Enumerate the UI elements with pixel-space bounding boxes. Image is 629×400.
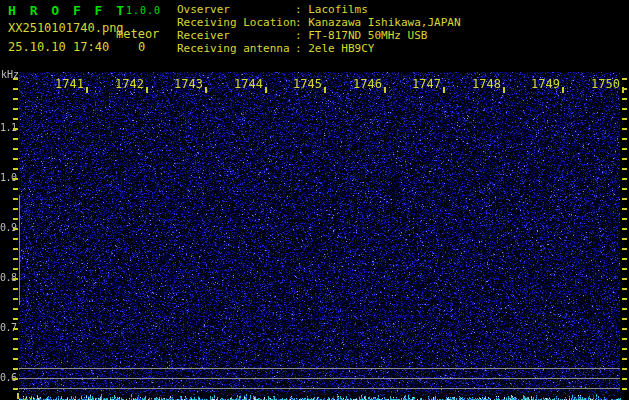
freq-minor-tick-right <box>622 228 627 230</box>
spectrogram-noise-canvas <box>19 72 620 392</box>
freq-minor-tick-left <box>13 318 18 320</box>
freq-minor-tick-right <box>622 278 627 280</box>
freq-minor-tick-right <box>622 78 627 80</box>
freq-minor-tick-left <box>13 268 18 270</box>
freq-minor-tick-left <box>13 148 18 150</box>
station-info-row: Ovserver: Lacofilms <box>177 3 461 16</box>
freq-minor-tick-left <box>13 288 18 290</box>
station-info: Ovserver: LacofilmsReceiving Location: K… <box>177 3 461 55</box>
freq-minor-tick-left <box>13 338 18 340</box>
app-title: H R O F F T <box>8 3 127 18</box>
time-tick-mark <box>384 87 386 93</box>
station-info-value: : Lacofilms <box>295 3 368 16</box>
time-tick-label: 1744 <box>234 77 263 91</box>
freq-tick-label: 1.0 <box>0 172 14 183</box>
freq-minor-tick-left <box>13 168 18 170</box>
freq-minor-tick-right <box>622 118 627 120</box>
freq-tick-label: 0.6 <box>0 372 14 383</box>
output-filename: XX2510101740.png <box>8 21 124 35</box>
freq-minor-tick-right <box>622 238 627 240</box>
freq-minor-tick-right <box>622 108 627 110</box>
station-info-row: Receiving antenna: 2ele HB9CY <box>177 42 461 55</box>
freq-minor-tick-right <box>622 388 627 390</box>
station-info-label: Ovserver <box>177 3 295 16</box>
freq-minor-tick-right <box>622 218 627 220</box>
freq-minor-tick-right <box>622 298 627 300</box>
station-info-value: : 2ele HB9CY <box>295 42 374 55</box>
station-info-label: Receiving Location <box>177 16 295 29</box>
time-tick-mark <box>562 87 564 93</box>
time-tick-mark <box>265 87 267 93</box>
freq-minor-tick-left <box>13 218 18 220</box>
time-tick-label: 1743 <box>174 77 203 91</box>
time-tick-mark <box>622 87 624 93</box>
freq-minor-tick-right <box>622 258 627 260</box>
mode-label: meteor <box>116 27 159 41</box>
time-tick-label: 1742 <box>115 77 144 91</box>
freq-minor-tick-right <box>622 208 627 210</box>
freq-minor-tick-left <box>13 368 18 370</box>
time-tick-mark <box>86 87 88 93</box>
freq-minor-tick-right <box>622 268 627 270</box>
freq-minor-tick-left <box>13 118 18 120</box>
freq-minor-tick-left <box>13 238 18 240</box>
freq-minor-tick-left <box>13 378 18 380</box>
freq-tick-label: 0.8 <box>0 272 14 283</box>
freq-minor-tick-left <box>13 308 18 310</box>
freq-minor-tick-right <box>622 128 627 130</box>
freq-minor-tick-right <box>622 98 627 100</box>
station-info-value: : Kanazawa Ishikawa,JAPAN <box>295 16 461 29</box>
station-info-label: Receiver <box>177 29 295 42</box>
reference-line <box>19 368 620 369</box>
freq-minor-tick-left <box>13 138 18 140</box>
freq-minor-tick-right <box>622 138 627 140</box>
freq-minor-tick-right <box>622 328 627 330</box>
station-info-value: : FT-817ND 50MHz USB <box>295 29 427 42</box>
freq-minor-tick-right <box>622 158 627 160</box>
freq-minor-tick-left <box>13 108 18 110</box>
freq-minor-tick-left <box>13 388 18 390</box>
time-tick-mark <box>205 87 207 93</box>
station-info-row: Receiver: FT-817ND 50MHz USB <box>177 29 461 42</box>
freq-minor-tick-left <box>13 328 18 330</box>
left-edge-marker-line <box>19 195 20 305</box>
freq-minor-tick-left <box>13 158 18 160</box>
time-tick-label: 1750 <box>591 77 620 91</box>
freq-tick-label: 1.1 <box>0 122 14 133</box>
freq-minor-tick-right <box>622 318 627 320</box>
freq-minor-tick-right <box>622 198 627 200</box>
freq-minor-tick-left <box>13 258 18 260</box>
time-tick-label: 1747 <box>412 77 441 91</box>
reference-line <box>19 378 620 379</box>
echo-count: 0 <box>138 40 145 54</box>
time-tick-mark <box>443 87 445 93</box>
freq-minor-tick-left <box>13 348 18 350</box>
freq-minor-tick-right <box>622 148 627 150</box>
station-info-label: Receiving antenna <box>177 42 295 55</box>
time-tick-label: 1749 <box>531 77 560 91</box>
freq-minor-tick-right <box>622 168 627 170</box>
freq-minor-tick-left <box>13 298 18 300</box>
freq-minor-tick-right <box>622 288 627 290</box>
station-info-row: Receiving Location: Kanazawa Ishikawa,JA… <box>177 16 461 29</box>
freq-minor-tick-left <box>13 198 18 200</box>
freq-minor-tick-left <box>13 178 18 180</box>
freq-minor-tick-right <box>622 338 627 340</box>
freq-minor-tick-right <box>622 358 627 360</box>
freq-minor-tick-right <box>622 248 627 250</box>
freq-minor-tick-left <box>13 188 18 190</box>
hrofft-window: H R O F F T 1.0.0 XX2510101740.png meteo… <box>0 0 629 400</box>
time-tick-mark <box>324 87 326 93</box>
freq-minor-tick-right <box>622 378 627 380</box>
time-tick-label: 1746 <box>353 77 382 91</box>
time-tick-mark <box>146 87 148 93</box>
time-tick-label: 1745 <box>293 77 322 91</box>
date-time: 25.10.10 17:40 <box>8 40 109 54</box>
freq-minor-tick-left <box>13 228 18 230</box>
freq-minor-tick-left <box>13 128 18 130</box>
freq-minor-tick-right <box>622 178 627 180</box>
freq-minor-tick-right <box>622 308 627 310</box>
freq-tick-label: 0.9 <box>0 222 14 233</box>
freq-minor-tick-right <box>622 348 627 350</box>
freq-minor-tick-left <box>13 98 18 100</box>
